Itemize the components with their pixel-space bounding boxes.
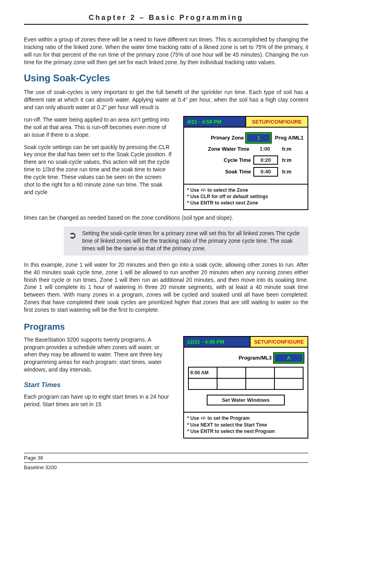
lcd-help-line: * Use CLR for off or default settings [187, 193, 304, 200]
heading-soak-cycles: Using Soak-Cycles [24, 72, 308, 85]
field-label: Zone Water Time [188, 146, 249, 153]
lcd-row-soak-time: Soak Time 0:40 h:m [188, 167, 304, 177]
start-time-cell [217, 378, 246, 389]
lcd-help-line: * Use ENTR to select next Zone [187, 200, 304, 206]
lcd-mode: SETUP/CONFIGURE [250, 337, 308, 347]
field-unit: h:m [280, 146, 304, 153]
field-unit: h:m [280, 157, 304, 164]
body-paragraph: Even within a group of zones there will … [24, 36, 308, 66]
info-callout: ➲ Setting the soak-cycle times for a pri… [64, 226, 308, 256]
heading-start-times: Start Times [24, 381, 172, 390]
lcd-help-line: * Use NEXT to select the Start Time [187, 422, 304, 428]
start-time-cell [246, 367, 274, 378]
lcd-row-primary-zone: Primary Zone 1 Prog A/ML1 [188, 133, 304, 143]
field-label: Soak Time [188, 168, 251, 175]
lcd-program-config: 12/21 - 4:45 PM SETUP/CONFIGURE Program/… [183, 336, 308, 439]
start-time-cell [274, 367, 303, 378]
heading-programs: Programs [24, 321, 308, 333]
field-value: 0:20 [253, 155, 278, 165]
body-paragraph: Each program can have up to eight start … [24, 393, 172, 408]
callout-text: Setting the soak-cycle times for a prima… [82, 230, 300, 252]
field-value: 1 [246, 133, 271, 143]
set-water-windows-button: Set Water Windows [207, 395, 285, 406]
lcd-datetime: 12/21 - 4:45 PM [184, 337, 250, 347]
lcd-help: * Use +/- to set the Program * Use NEXT … [184, 412, 308, 438]
body-paragraph: The BaseStation 3200 supports twenty pro… [24, 336, 172, 374]
start-time-cell [188, 378, 217, 389]
field-unit: h:m [280, 168, 304, 175]
field-label: Program/ML3 [196, 354, 272, 362]
start-time-cell [246, 378, 274, 389]
chapter-header: Chapter 2 – Basic Programming [24, 13, 308, 25]
start-time-cell [217, 367, 246, 378]
page-number: Page 36 [24, 454, 308, 462]
lcd-help-line: * Use ENTR to select the next Program [187, 428, 304, 435]
field-value: A [274, 353, 304, 363]
lcd-soak-config: 4/21 - 4:58 PM SETUP/CONFIGURE Primary Z… [183, 116, 308, 210]
lcd-help: * Use +/- to select the Zone * Use CLR f… [184, 184, 308, 210]
lcd-row-zone-water-time: Zone Water Time 1:00 h:m [188, 145, 304, 153]
lcd-row-cycle-time: Cycle Time 0:20 h:m [188, 155, 304, 165]
field-unit: Prog A/ML1 [273, 134, 304, 142]
arrow-icon: ➲ [69, 229, 76, 242]
field-value: 0:40 [253, 167, 278, 177]
field-label: Primary Zone [188, 134, 244, 142]
body-paragraph: run-off. The water being applied to an a… [24, 116, 172, 139]
body-paragraph: In this example, zone 1 will water for 2… [24, 261, 308, 314]
start-time-cell: 8:00 AM [188, 367, 217, 378]
body-paragraph: times can be changed as needed based on … [24, 214, 308, 222]
field-label: Cycle Time [188, 157, 251, 164]
start-time-cell [274, 378, 303, 389]
field-value: 1:00 [252, 145, 278, 153]
lcd-datetime: 4/21 - 4:58 PM [184, 117, 245, 127]
body-paragraph: Soak cycle settings can be set quickly b… [24, 144, 172, 196]
body-paragraph: The use of soak-cycles is very important… [24, 88, 308, 111]
lcd-help-line: * Use +/- to set the Program [187, 415, 304, 421]
product-name: Baseline 3200 [24, 464, 308, 471]
lcd-mode: SETUP/CONFIGURE [245, 117, 308, 127]
start-times-grid: 8:00 AM [188, 367, 304, 390]
lcd-help-line: * Use +/- to select the Zone [187, 187, 304, 193]
